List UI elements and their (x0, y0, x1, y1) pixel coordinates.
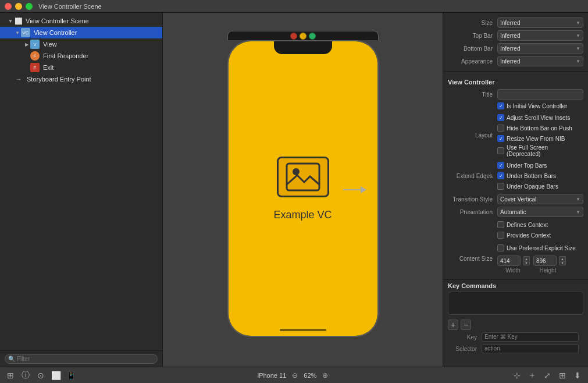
bottombar-value: Inferred (500, 45, 576, 52)
hide-bottom-row: Hide Bottom Bar on Push (497, 123, 583, 133)
height-down-btn[interactable]: ▼ (559, 261, 566, 265)
width-up-btn[interactable]: ▲ (523, 256, 530, 261)
sidebar-item-entry[interactable]: → Storyboard Entry Point (0, 73, 162, 85)
use-preferred-label: Use Preferred Explicit Size (507, 245, 576, 251)
defines-context-checkbox[interactable] (497, 221, 504, 228)
dot-button[interactable]: ⊙ (35, 370, 47, 381)
resize-button[interactable]: ⤢ (541, 370, 553, 381)
selector-field-row: Selector action (448, 343, 583, 354)
key-commands-section: Key Commands + − Key Enter ⌘ Key Selecto… (443, 280, 588, 357)
bottombar-select[interactable]: Inferred ▼ (497, 43, 583, 54)
add-object-button[interactable]: ＋ (526, 370, 538, 381)
sidebar-item-label-exit: Exit (43, 64, 54, 71)
download-button[interactable]: ⬇ (572, 370, 583, 381)
bottom-toolbar: ⊞ ⓘ ⊙ ⬜ 📱 iPhone 11 ⊖ 62% ⊕ ⊹ ＋ ⤢ ⊞ ⬇ (0, 367, 588, 383)
device-name-label: iPhone 11 (258, 372, 287, 379)
remove-key-command-button[interactable]: − (461, 320, 471, 330)
close-button[interactable] (5, 3, 12, 10)
grid-button[interactable]: ⊞ (557, 370, 568, 381)
add-key-command-button[interactable]: + (448, 320, 458, 330)
under-top-checkbox[interactable] (497, 162, 504, 169)
filter-input[interactable] (5, 354, 158, 364)
hide-bottom-checkbox[interactable] (497, 125, 504, 132)
dim-labels-row: Width Height (497, 267, 583, 275)
width-down-btn[interactable]: ▼ (523, 261, 530, 265)
context-header-row: Defines Context Provides Context (443, 218, 588, 242)
width-input[interactable] (497, 256, 521, 266)
provides-context-checkbox[interactable] (497, 232, 504, 239)
view-icon: V (30, 40, 40, 49)
sidebar-item-firstresponder[interactable]: F First Responder (0, 50, 162, 62)
zoom-out-button[interactable]: ⊖ (290, 370, 300, 381)
rect-button[interactable]: ⬜ (50, 370, 62, 381)
vc-icon: VC (21, 28, 30, 37)
presentation-select[interactable]: Automatic ▼ (497, 207, 583, 217)
expand-arrow-vc[interactable]: ▼ (14, 30, 21, 36)
expand-arrow-view[interactable]: ▶ (23, 42, 30, 47)
add-remove-row: + − (448, 318, 583, 331)
sidebar-item-vc[interactable]: ▼ VC View Controller (0, 27, 162, 38)
height-input[interactable] (533, 256, 557, 266)
filter-wrapper: 🔍 (5, 354, 158, 364)
under-opaque-row: Under Opaque Bars (497, 181, 583, 192)
sidebar-item-view[interactable]: ▶ V View (0, 38, 162, 50)
size-row: Size Inferred ▼ (443, 16, 588, 29)
zoom-in-button[interactable]: ⊕ (320, 370, 330, 381)
phone-btn-yellow[interactable] (300, 33, 307, 40)
appearance-row: Appearance Inferred ▼ (443, 55, 588, 68)
expand-arrow-scene[interactable]: ▼ (7, 19, 14, 24)
topbar-row: Top Bar Inferred ▼ (443, 29, 588, 42)
phone-notch (274, 41, 332, 54)
sidebar-item-exit[interactable]: E Exit (0, 62, 162, 73)
image-placeholder-svg (286, 162, 320, 192)
topbar-select[interactable]: Inferred ▼ (497, 30, 583, 41)
use-preferred-checkbox[interactable] (497, 244, 504, 251)
under-bottom-row: Under Bottom Bars (497, 171, 583, 181)
appearance-select[interactable]: Inferred ▼ (497, 56, 583, 66)
panel-section-bars: Size Inferred ▼ Top Bar Inferred ▼ Botto… (443, 13, 588, 72)
adjust-scroll-checkbox[interactable] (497, 114, 504, 121)
firstresponder-icon: F (30, 51, 40, 61)
resize-nib-checkbox[interactable] (497, 135, 504, 142)
minimize-button[interactable] (15, 3, 22, 10)
under-opaque-checkbox[interactable] (497, 183, 504, 190)
layout-label: Layout (448, 132, 497, 139)
transition-style-value: Cover Vertical (500, 196, 576, 203)
height-stepper[interactable]: ▲ ▼ (559, 256, 566, 265)
hide-bottom-label: Hide Bottom Bar on Push (507, 125, 572, 132)
bottombar-row: Bottom Bar Inferred ▼ (443, 42, 588, 55)
sidebar-item-scene[interactable]: ▼ ⬜ View Controller Scene (0, 15, 162, 27)
appearance-label: Appearance (448, 58, 497, 65)
title-input[interactable] (497, 89, 583, 100)
phone-button[interactable]: 📱 (65, 370, 77, 381)
is-initial-label: Is Initial View Controller (507, 103, 567, 109)
outline-toggle-button[interactable]: ⊞ (5, 370, 16, 381)
transition-style-select[interactable]: Cover Vertical ▼ (497, 194, 583, 204)
key-field-label: Key (452, 334, 482, 341)
defines-context-row: Defines Context (497, 219, 583, 230)
canvas: Example VC (163, 13, 443, 367)
scene-icon: ⬜ (14, 16, 23, 26)
height-up-btn[interactable]: ▲ (559, 256, 566, 261)
full-screen-label: Use Full Screen (Deprecated) (507, 144, 579, 157)
is-initial-checkbox[interactable] (497, 102, 504, 109)
info-button[interactable]: ⓘ (20, 370, 31, 381)
extend-edges-header-row: Extend Edges Under Top Bars Under Bottom… (443, 159, 588, 193)
selector-field-label: Selector (452, 346, 482, 352)
vc-section-title: View Controller (443, 75, 588, 88)
under-bottom-checkbox[interactable] (497, 172, 504, 179)
full-screen-checkbox[interactable] (497, 147, 504, 154)
layout-checkboxes: Adjust Scroll View Insets Hide Bottom Ba… (497, 112, 583, 158)
presentation-value: Automatic (500, 209, 576, 215)
dimensions-row: ▲ ▼ ▲ ▼ (497, 254, 583, 267)
under-top-row: Under Top Bars (497, 160, 583, 171)
sidebar-item-label-vc: View Controller (34, 29, 77, 36)
phone-btn-red[interactable] (290, 33, 297, 40)
appearance-arrow-icon: ▼ (576, 59, 580, 64)
select-mode-button[interactable]: ⊹ (511, 370, 523, 381)
phone-btn-green[interactable] (309, 33, 316, 40)
maximize-button[interactable] (26, 3, 33, 10)
size-select[interactable]: Inferred ▼ (497, 17, 583, 28)
under-opaque-label: Under Opaque Bars (507, 183, 558, 190)
width-stepper[interactable]: ▲ ▼ (523, 256, 530, 265)
